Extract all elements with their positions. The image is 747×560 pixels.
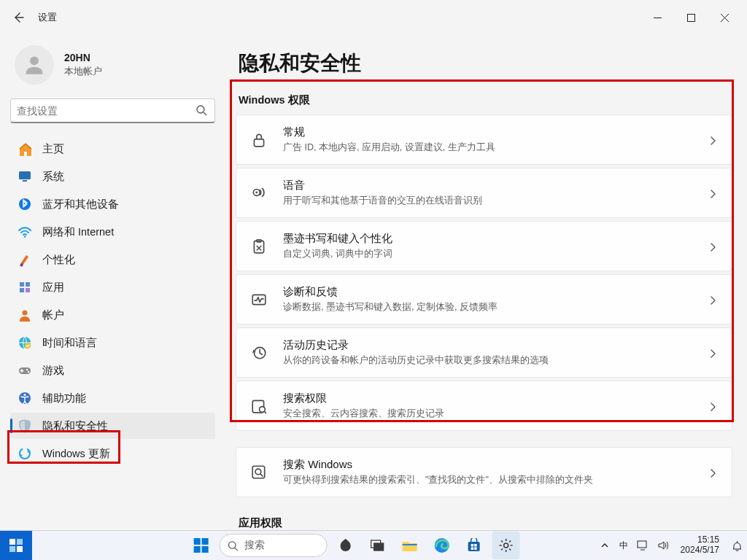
account-block[interactable]: 20HN 本地帐户 [10, 41, 215, 95]
svg-point-2 [197, 106, 204, 113]
search-settings[interactable] [10, 98, 215, 123]
taskbar-app-1[interactable] [332, 532, 360, 559]
sidebar-item-label: 系统 [42, 170, 64, 184]
clock-date: 2024/5/17 [681, 545, 719, 556]
settings-card[interactable]: 语音用于听写和其他基于语音的交互的在线语音识别 [236, 168, 732, 218]
store-button[interactable] [460, 532, 488, 559]
card-group: 常规广告 ID, 本地内容, 应用启动, 设置建议, 生产力工具语音用于听写和其… [236, 114, 732, 431]
sidebar-item-network[interactable]: 网络和 Internet [10, 219, 215, 245]
clock-time: 15:15 [681, 535, 719, 545]
back-button[interactable] [6, 5, 31, 30]
heart-icon [249, 290, 268, 309]
card-title: 语音 [283, 179, 708, 192]
sidebar-item-privacy[interactable]: 隐私和安全性 [10, 413, 215, 439]
nav-list: 主页系统蓝牙和其他设备网络和 Internet个性化应用帐户时间和语言游戏辅助功… [10, 136, 215, 467]
search-icon [196, 104, 209, 117]
chevron-right-icon [708, 401, 719, 411]
account-type: 本地帐户 [64, 65, 102, 78]
settings-card[interactable]: 诊断和反馈诊断数据, 墨迹书写和键入数据, 定制体验, 反馈频率 [236, 274, 732, 324]
start-button[interactable] [187, 532, 215, 559]
ime-indicator[interactable]: 中 [619, 540, 628, 552]
history-icon [249, 343, 268, 362]
taskbar-search-placeholder: 搜索 [244, 539, 265, 552]
settings-card[interactable]: 搜索 Windows可更快得到搜索结果的搜索索引、"查找我的文件"、从搜索中排除… [236, 447, 732, 497]
svg-rect-10 [202, 546, 209, 553]
card-desc: 诊断数据, 墨迹书写和键入数据, 定制体验, 反馈频率 [283, 301, 708, 314]
svg-rect-3 [9, 539, 15, 545]
close-button[interactable] [708, 5, 741, 30]
card-title: 诊断和反馈 [283, 285, 708, 299]
tray-overflow-icon[interactable] [599, 540, 611, 551]
card-desc: 安全搜索、云内容搜索、搜索历史记录 [283, 408, 708, 420]
svg-rect-9 [194, 546, 201, 553]
clipboard-icon [249, 237, 268, 256]
card-title: 搜索 Windows [283, 458, 708, 472]
svg-rect-6 [17, 546, 23, 552]
sidebar-item-personalize[interactable]: 个性化 [10, 246, 215, 273]
maximize-button[interactable] [674, 5, 708, 30]
section-header: 应用权限 [239, 516, 732, 530]
svg-rect-22 [638, 541, 646, 548]
refresh-icon [18, 446, 32, 461]
chevron-right-icon [708, 467, 719, 478]
svg-point-1 [30, 56, 39, 65]
accessibility-icon [18, 391, 32, 405]
settings-card[interactable]: 活动历史记录从你的跨设备和帐户的活动历史记录中获取更多搜索结果的选项 [236, 327, 732, 378]
card-desc: 广告 ID, 本地内容, 应用启动, 设置建议, 生产力工具 [283, 141, 708, 154]
sidebar-item-label: Windows 更新 [42, 447, 110, 461]
svg-rect-19 [471, 548, 474, 551]
sidebar-item-accessibility[interactable]: 辅助功能 [10, 385, 215, 411]
volume-icon[interactable] [657, 540, 669, 551]
sidebar-item-label: 游戏 [42, 364, 64, 378]
window-title: 设置 [38, 11, 57, 24]
svg-point-21 [504, 543, 508, 548]
sidebar-item-accounts[interactable]: 帐户 [10, 302, 215, 328]
lock-icon [249, 131, 268, 149]
sidebar-item-label: 帐户 [42, 308, 64, 322]
sidebar-item-system[interactable]: 系统 [10, 163, 215, 190]
svg-rect-16 [468, 542, 480, 551]
searchwin-icon [249, 463, 268, 482]
svg-rect-8 [202, 538, 209, 545]
search-input[interactable] [17, 105, 196, 117]
svg-rect-17 [471, 544, 474, 547]
svg-rect-4 [17, 539, 23, 545]
bluetooth-icon [18, 197, 32, 211]
shield-icon [18, 419, 32, 433]
sidebar-item-apps[interactable]: 应用 [10, 274, 215, 300]
task-view-button[interactable] [364, 532, 392, 559]
settings-window: 设置 20HN 本地帐户 主页系统蓝牙和其他 [0, 0, 747, 530]
minimize-button[interactable] [640, 5, 674, 30]
gamepad-icon [18, 363, 32, 378]
taskbar: 搜索 中 15:15 2024/5/17 [0, 530, 747, 560]
sidebar-item-label: 时间和语言 [42, 336, 97, 350]
settings-card[interactable]: 常规广告 ID, 本地内容, 应用启动, 设置建议, 生产力工具 [236, 114, 732, 165]
system-tray[interactable]: 中 15:15 2024/5/17 [599, 535, 743, 556]
explorer-button[interactable] [396, 532, 424, 559]
network-icon[interactable] [637, 540, 649, 551]
settings-card[interactable]: 墨迹书写和键入个性化自定义词典, 词典中的字词 [236, 221, 732, 271]
brush-icon [18, 252, 32, 267]
notifications-icon[interactable] [731, 540, 743, 551]
avatar [15, 45, 54, 85]
sidebar-item-timelang[interactable]: 时间和语言 [10, 330, 215, 356]
card-title: 墨迹书写和键入个性化 [283, 232, 708, 246]
chevron-right-icon [708, 135, 719, 145]
taskbar-search[interactable]: 搜索 [220, 534, 328, 557]
sidebar-item-label: 隐私和安全性 [42, 419, 108, 433]
mic-icon [249, 184, 268, 203]
sidebar-item-label: 应用 [42, 281, 64, 295]
card-title: 搜索权限 [283, 392, 708, 405]
sidebar: 20HN 本地帐户 主页系统蓝牙和其他设备网络和 Internet个性化应用帐户… [0, 35, 222, 530]
settings-card[interactable]: 搜索权限安全搜索、云内容搜索、搜索历史记录 [236, 381, 732, 431]
sidebar-item-gaming[interactable]: 游戏 [10, 357, 215, 384]
svg-point-11 [229, 541, 236, 548]
sidebar-item-home[interactable]: 主页 [10, 136, 215, 162]
globe-icon [18, 335, 32, 350]
widgets-button[interactable] [0, 531, 32, 561]
sidebar-item-update[interactable]: Windows 更新 [10, 440, 215, 467]
edge-button[interactable] [428, 532, 456, 559]
sidebar-item-bluetooth[interactable]: 蓝牙和其他设备 [10, 191, 215, 217]
svg-rect-5 [9, 546, 15, 552]
settings-taskbar-button[interactable] [492, 532, 520, 559]
